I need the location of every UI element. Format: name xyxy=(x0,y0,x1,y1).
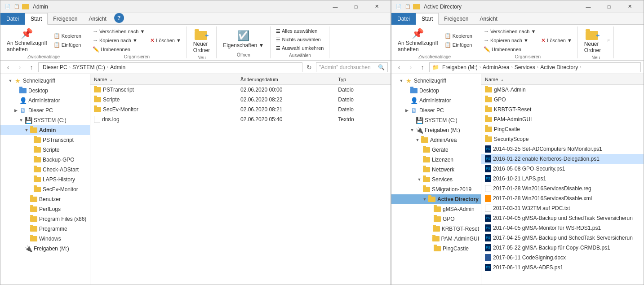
left-tab-ansicht[interactable]: Ansicht xyxy=(83,13,112,25)
left-nav-freigaben[interactable]: 🔌 Freigaben (M:) xyxy=(0,244,90,254)
left-verschieben-button[interactable]: → Verschieben nach ▼ xyxy=(91,27,147,35)
left-select-all-button[interactable]: ☰ Alles auswählen xyxy=(274,27,325,35)
right-file-row-2017-codesigning[interactable]: 2017-06-11 CodeSigning.docx xyxy=(481,253,644,263)
left-nav-benutzer[interactable]: Benutzer xyxy=(0,194,90,204)
right-nav-schnellzugriff[interactable]: ▼ ★ Schnellzugriff xyxy=(391,76,481,86)
left-new-folder-button[interactable]: + NeuerOrdner xyxy=(191,27,213,54)
right-file-row-2017-gmsa-backup-1[interactable]: PS 2017-04-05 gMSA-Backup und SchedTask … xyxy=(481,213,644,223)
left-refresh-button[interactable]: ↻ xyxy=(304,62,314,72)
right-nav-pingcastle[interactable]: PingCastle xyxy=(391,244,481,254)
left-nav-schnellzugriff[interactable]: ▼ ★ Schnellzugriff xyxy=(0,76,90,86)
left-nav-desktop[interactable]: Desktop xyxy=(0,86,90,96)
right-nav-lizenzen[interactable]: Lizenzen xyxy=(391,155,481,165)
left-col-date[interactable]: Änderungsdatum xyxy=(240,77,338,82)
left-col-name[interactable]: Name ▲ xyxy=(94,77,240,82)
right-file-row-securityscope[interactable]: SecurityScope xyxy=(481,134,644,144)
right-file-row-2016-laps[interactable]: PS 2016-10-21 LAPS.ps1 xyxy=(481,174,644,184)
right-nav-netzwerk[interactable]: Netzwerk xyxy=(391,165,481,175)
right-kopieren-nach-button[interactable]: → Kopieren nach ▼ xyxy=(482,36,537,44)
right-quick-access-button[interactable]: 📌 An Schnellzugriffanheften xyxy=(395,27,441,53)
right-nav-geraete[interactable]: Geräte xyxy=(391,145,481,155)
left-up-button[interactable]: ↑ xyxy=(27,62,36,72)
left-file-row-pstranscript[interactable]: PSTranscript 02.06.2020 00:00 Dateio xyxy=(90,85,391,95)
left-tab-freigeben[interactable]: Freigeben xyxy=(48,13,83,25)
left-paste-button[interactable]: 📋 Einfügen xyxy=(52,41,83,49)
left-tab-start[interactable]: Start xyxy=(25,13,48,25)
right-file-row-2017-gmsa-backup-2[interactable]: PS 2017-04-25 gMSA-Backup und SchedTask … xyxy=(481,233,644,243)
left-col-type[interactable]: Typ xyxy=(338,77,387,82)
left-loeschen-button[interactable]: ✕ Löschen ▼ xyxy=(148,36,183,44)
right-nav-smigration[interactable]: SMigration-2019 xyxy=(391,184,481,194)
right-nav-active-directory[interactable]: ▼ Active Directory xyxy=(391,194,481,204)
left-nav-administrator[interactable]: 👤 Administrator xyxy=(0,96,90,105)
right-verschieben-button[interactable]: → Verschieben nach ▼ xyxy=(482,27,537,35)
left-invert-selection-button[interactable]: ☰ Auswahl umkehren xyxy=(274,44,325,52)
right-col-name[interactable]: Name ▲ xyxy=(485,77,640,82)
left-file-row-secev-monitor[interactable]: SecEv-Monitor 02.06.2020 08:21 Dateio xyxy=(90,105,391,114)
right-nav-system-c[interactable]: 💾 SYSTEM (C:) xyxy=(391,115,481,125)
left-maximize-button[interactable]: □ xyxy=(346,0,366,13)
right-nav-administrator[interactable]: 👤 Administrator xyxy=(391,96,481,105)
left-nav-dieser-pc[interactable]: ▶ 🖥 Dieser PC xyxy=(0,105,90,115)
left-nav-secev-monitor[interactable]: SecEv-Monitor xyxy=(0,184,90,194)
left-kopieren-nach-button[interactable]: → Kopieren nach ▼ xyxy=(91,36,147,44)
right-file-row-krbtgt-reset[interactable]: KRBTGT-Reset xyxy=(481,105,644,114)
right-file-row-pam-admingui[interactable]: PAM-AdminGUI xyxy=(481,114,644,124)
left-tab-datei[interactable]: Datei xyxy=(0,13,25,25)
right-bc-active-directory[interactable]: Active Directory xyxy=(539,64,579,71)
left-minimize-button[interactable]: — xyxy=(325,0,346,13)
left-forward-button[interactable]: › xyxy=(15,62,25,72)
right-file-row-2017-gmsa-backup-copy-crmdb[interactable]: PS 2017-05-22 gMSA-Backup für Copy-CRMDB… xyxy=(481,243,644,253)
left-nav-windows[interactable]: Windows xyxy=(0,234,90,244)
left-copy-button[interactable]: 📋 Kopieren xyxy=(52,32,83,40)
right-umbenennen-button[interactable]: ✏️ Umbenennen xyxy=(482,45,537,53)
right-nav-pam-admingui[interactable]: PAM-AdminGUI xyxy=(391,234,481,244)
right-loeschen-button[interactable]: ✕ Löschen ▼ xyxy=(539,36,574,44)
right-nav-services[interactable]: ▼ Services xyxy=(391,175,481,184)
right-maximize-button[interactable]: □ xyxy=(599,0,619,13)
right-file-row-2017-w32tm[interactable]: 2017-03-31 W32TM auf PDC.txt xyxy=(481,203,644,213)
right-file-row-2017-win2016-xml[interactable]: 2017-01-28 Win2016ServicesDisable.xml xyxy=(481,193,644,203)
left-address-path[interactable]: Dieser PC › SYSTEM (C:) › Admin xyxy=(38,62,302,72)
right-tab-ansicht[interactable]: Ansicht xyxy=(474,13,503,25)
left-quick-access-button[interactable]: 📌 An Schnellzugriffanheften xyxy=(4,27,50,53)
left-select-none-button[interactable]: ☰ Nichts auswählen xyxy=(274,36,325,44)
right-address-path[interactable]: 📁 Freigaben (M:) › AdminArea › Services … xyxy=(429,62,641,72)
right-nav-gmsa-admin[interactable]: gMSA-Admin xyxy=(391,204,481,214)
left-nav-laps-history[interactable]: LAPS-History xyxy=(0,175,90,184)
left-bc-system[interactable]: SYSTEM (C:) xyxy=(71,64,107,71)
right-nav-krbtgt-reset[interactable]: KRBTGT-Reset xyxy=(391,224,481,234)
right-copy-button[interactable]: 📋 Kopieren xyxy=(443,32,474,40)
right-close-button[interactable]: ✕ xyxy=(619,0,640,13)
left-search-box[interactable]: "Admin" durchsuchen 🔍 xyxy=(316,62,388,72)
right-up-button[interactable]: ↑ xyxy=(417,62,427,72)
left-bc-dieser-pc[interactable]: Dieser PC xyxy=(41,64,69,71)
right-forward-button[interactable]: › xyxy=(406,62,416,72)
left-nav-backup-gpo[interactable]: Backup-GPO xyxy=(0,155,90,165)
left-back-button[interactable]: ‹ xyxy=(3,62,13,72)
right-file-row-2016-kerberos[interactable]: PS 2016-01-22 enable Kerberos-Delegation… xyxy=(481,154,644,164)
right-back-button[interactable]: ‹ xyxy=(394,62,404,72)
left-properties-button[interactable]: ☑️ Eigenschaften ▼ xyxy=(220,30,266,49)
left-help-button[interactable]: ? xyxy=(114,13,124,23)
right-file-row-2016-gpo-security[interactable]: PS 2016-05-08 GPO-Security.ps1 xyxy=(481,164,644,174)
right-tab-start[interactable]: Start xyxy=(416,13,439,25)
left-nav-program-files-x86[interactable]: Program Files (x86) xyxy=(0,214,90,224)
left-nav-pstranscript[interactable]: PSTranscript xyxy=(0,135,90,145)
right-file-row-2017-gmsa-monitor[interactable]: PS 2017-04-05 gMSA-Monitor für WS-RDS1.p… xyxy=(481,223,644,233)
left-nav-programme[interactable]: Programme xyxy=(0,224,90,234)
right-file-row-2017-win2016-reg[interactable]: 2017-01-28 Win2016ServicesDisable.reg xyxy=(481,184,644,193)
right-tab-datei[interactable]: Datei xyxy=(391,13,416,25)
left-close-button[interactable]: ✕ xyxy=(366,0,387,13)
right-bc-services[interactable]: Services xyxy=(513,64,537,71)
right-bc-freigaben[interactable]: Freigaben (M:) xyxy=(441,64,479,71)
right-nav-desktop[interactable]: Desktop xyxy=(391,86,481,96)
right-nav-freigaben[interactable]: ▼ 🔌 Freigaben (M:) xyxy=(391,125,481,135)
right-minimize-button[interactable]: — xyxy=(578,0,599,13)
left-bc-admin[interactable]: Admin xyxy=(109,64,127,71)
left-nav-perflogs[interactable]: PerfLogs xyxy=(0,204,90,214)
right-nav-gpo[interactable]: GPO xyxy=(391,214,481,224)
left-nav-admin-folder[interactable]: ▼ Admin xyxy=(0,125,90,135)
right-tab-freigeben[interactable]: Freigeben xyxy=(439,13,474,25)
left-file-row-scripte[interactable]: Scripte 02.06.2020 08:22 Dateio xyxy=(90,95,391,105)
